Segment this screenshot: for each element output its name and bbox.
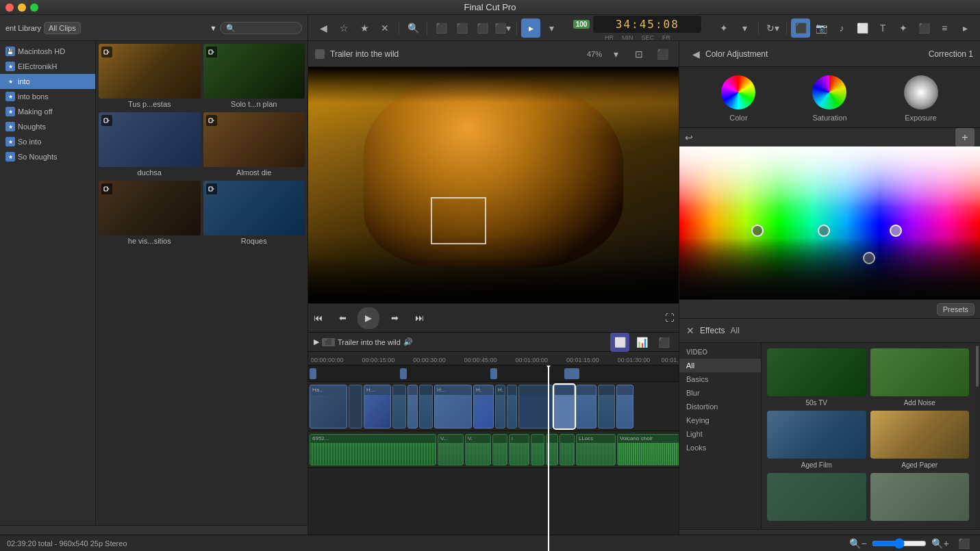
effects-cat-blur[interactable]: Blur — [679, 386, 761, 400]
audio-clip-volcano[interactable]: Volcano choir — [617, 434, 679, 465]
minimize-button[interactable] — [18, 3, 26, 12]
star-filled-button[interactable]: ★ — [355, 18, 374, 38]
maximize-button[interactable] — [30, 3, 38, 12]
close-button[interactable] — [5, 3, 14, 12]
effects-cat-all[interactable]: All — [679, 359, 761, 372]
video-clip[interactable] — [349, 385, 362, 428]
video-clip[interactable] — [419, 385, 433, 428]
saturation-orb[interactable]: Saturation — [812, 75, 846, 122]
effects-button[interactable]: ⬛ — [914, 18, 933, 38]
sidebar-item-noughts[interactable]: ★ Noughts — [0, 119, 95, 134]
sidebar-item-macintosh[interactable]: 💾 Macintosh HD — [0, 44, 95, 59]
play-button[interactable]: ▶ — [357, 307, 379, 329]
audio-clip[interactable]: i — [509, 434, 529, 465]
undo-button[interactable]: ↩ — [685, 132, 693, 143]
step-back-button[interactable]: ⬅ — [333, 309, 352, 328]
video-clip[interactable]: H. — [473, 385, 494, 428]
layout-button[interactable]: ⬛ — [653, 44, 672, 64]
list-item[interactable]: Roques — [203, 181, 305, 246]
zoom-dropdown[interactable]: ▾ — [606, 44, 625, 64]
more-tools-button[interactable]: ⬛▾ — [493, 18, 512, 38]
effects-cat-distortion[interactable]: Distortion — [679, 400, 761, 413]
list-item[interactable]: Almost die — [203, 112, 305, 178]
effect-item-50stv[interactable]: 50s TV — [767, 348, 866, 407]
audio-clip-llocs[interactable]: LLocs — [576, 434, 616, 465]
effect-item-agedfilm[interactable]: Aged Film — [767, 411, 866, 469]
sidebar-item-into-bons[interactable]: ★ into bons — [0, 89, 95, 104]
fullscreen-button[interactable]: ⛶ — [659, 309, 679, 328]
zoom-slider[interactable] — [872, 538, 927, 549]
effect-item-agedpaper[interactable]: Aged Paper — [870, 411, 970, 469]
list-item[interactable]: he vis...sitios — [99, 181, 201, 246]
effects-cat-basics[interactable]: Basics — [679, 372, 761, 386]
color-handle-3[interactable] — [890, 225, 902, 237]
title-button[interactable]: T — [873, 18, 892, 38]
blade-button[interactable]: ⬛ — [431, 18, 451, 38]
effect-item-addnoise[interactable]: Add Noise — [870, 348, 970, 407]
color-picker-area[interactable] — [679, 146, 980, 299]
select-dropdown[interactable]: ▾ — [542, 18, 561, 38]
color-nav-back[interactable]: ◀ — [686, 44, 705, 64]
presets-button[interactable]: Presets — [937, 303, 975, 316]
video-clip[interactable] — [407, 385, 418, 428]
connect-button[interactable]: ⬛ — [452, 18, 471, 38]
effects-cat-light[interactable]: Light — [679, 427, 761, 441]
select-tool-button[interactable]: ▸ — [521, 18, 540, 38]
add-correction-button[interactable]: + — [955, 128, 975, 147]
color-handle-2[interactable] — [818, 225, 830, 237]
generator-button[interactable]: ✦ — [894, 18, 913, 38]
timeline-view-button[interactable]: ⬛ — [791, 18, 810, 38]
audio-effects-button[interactable]: ≡ — [935, 18, 954, 38]
audio-clip[interactable]: 6952... — [310, 434, 436, 465]
list-item[interactable]: Solo t...n plan — [203, 44, 305, 110]
effects-cat-keying[interactable]: Keying — [679, 413, 761, 427]
audio-clip[interactable]: V... — [438, 434, 464, 465]
more-right-button[interactable]: ▸ — [955, 18, 975, 38]
audio-clip[interactable]: V. — [465, 434, 491, 465]
transform-button[interactable]: ✦ — [714, 18, 733, 38]
sidebar-item-electronikh[interactable]: ★ ElEctronikH — [0, 59, 95, 74]
back-button[interactable]: ◀ — [314, 18, 333, 38]
library-search-input[interactable] — [220, 22, 302, 34]
effects-scrollbar[interactable] — [975, 343, 980, 529]
audio-button[interactable]: ♪ — [832, 18, 851, 38]
video-clip[interactable]: Ha... — [310, 385, 347, 428]
audio-clip[interactable] — [492, 434, 507, 465]
video-clip-selected[interactable] — [554, 385, 575, 428]
transition-button[interactable]: ⬜ — [853, 18, 872, 38]
all-clips-button[interactable]: All Clips — [44, 22, 81, 34]
color-orb[interactable]: Color — [721, 75, 755, 122]
video-clip[interactable]: H. — [495, 385, 505, 428]
list-item[interactable]: duchsa — [99, 112, 201, 178]
sidebar-item-into[interactable]: ★ into — [0, 74, 95, 89]
color-handle-1[interactable] — [751, 225, 764, 237]
effect-item-5[interactable] — [767, 473, 866, 524]
effects-scroll-thumb[interactable] — [976, 346, 979, 387]
color-handle-4[interactable] — [863, 252, 875, 264]
timeline-toggle[interactable]: ⬛ — [654, 333, 673, 352]
list-item[interactable]: Tus p...estas — [99, 44, 201, 110]
go-to-start-button[interactable]: ⏮ — [308, 309, 327, 328]
effects-cat-looks[interactable]: Looks — [679, 441, 761, 454]
sidebar-item-so-into[interactable]: ★ So into — [0, 134, 95, 149]
video-clip[interactable] — [616, 385, 633, 428]
redo-button[interactable]: ↻▾ — [763, 18, 782, 38]
go-to-end-button[interactable]: ⏭ — [410, 309, 429, 328]
zoom-out-button[interactable]: 🔍− — [849, 534, 868, 552]
video-clip[interactable] — [598, 385, 615, 428]
fit-button[interactable]: ⊡ — [629, 44, 649, 64]
zoom-fit-button[interactable]: ⬛ — [954, 534, 973, 552]
photo-button[interactable]: 📷 — [812, 18, 831, 38]
video-clip[interactable] — [392, 385, 406, 428]
sidebar-item-so-noughts[interactable]: ★ So Noughts — [0, 149, 95, 164]
reject-button[interactable]: ✕ — [375, 18, 394, 38]
star-button[interactable]: ☆ — [334, 18, 353, 38]
search-tool-button[interactable]: 🔍 — [403, 18, 423, 38]
video-clip[interactable] — [507, 385, 517, 428]
sidebar-item-making-off[interactable]: ★ Making off — [0, 104, 95, 119]
split-button[interactable]: ⬛ — [473, 18, 492, 38]
effect-item-6[interactable] — [870, 473, 970, 524]
video-clip[interactable] — [576, 385, 596, 428]
step-forward-button[interactable]: ➡ — [385, 309, 404, 328]
audio-clip[interactable] — [560, 434, 575, 465]
